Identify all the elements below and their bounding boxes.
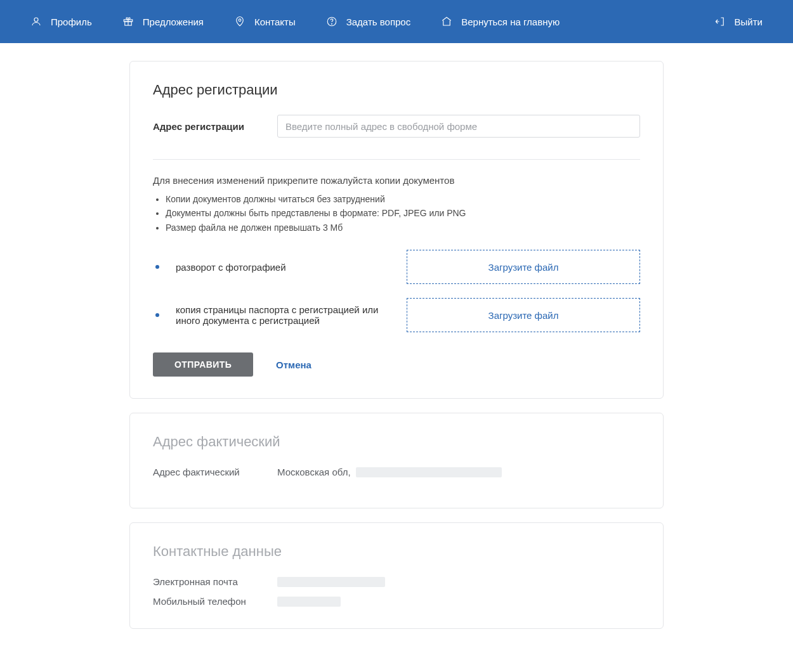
submit-button[interactable]: ОТПРАВИТЬ <box>153 352 253 377</box>
card-registration-address: Адрес регистрации Адрес регистрации Для … <box>129 61 664 399</box>
upload-button-text: Загрузите файл <box>488 262 559 273</box>
redacted-value <box>356 467 502 477</box>
actual-address-label: Адрес фактический <box>153 467 262 477</box>
form-actions: ОТПРАВИТЬ Отмена <box>153 352 640 377</box>
cancel-link[interactable]: Отмена <box>276 359 311 370</box>
nav-offers[interactable]: Предложения <box>122 16 204 27</box>
nav-contacts-label: Контакты <box>254 16 296 27</box>
instruction-item: Копии документов должны читаться без зат… <box>166 192 640 206</box>
user-icon <box>30 16 42 27</box>
actual-address-row: Адрес фактический Московская обл, <box>153 467 640 477</box>
redacted-value <box>277 597 341 607</box>
reg-address-input[interactable] <box>277 115 640 138</box>
nav-profile-label: Профиль <box>51 16 92 27</box>
svg-point-3 <box>239 19 241 22</box>
email-row: Электронная почта <box>153 576 640 587</box>
divider <box>153 159 640 160</box>
svg-point-0 <box>34 18 38 22</box>
svg-point-5 <box>331 23 332 24</box>
email-value <box>277 576 385 587</box>
nav-ask-label: Задать вопрос <box>346 16 410 27</box>
card-contacts: Контактные данные Электронная почта Моби… <box>129 522 664 629</box>
nav-ask[interactable]: Задать вопрос <box>326 16 410 27</box>
nav-logout[interactable]: Выйти <box>714 16 763 27</box>
upload-row-registration-page: копия страницы паспорта с регистрацией и… <box>153 298 640 332</box>
top-navbar: Профиль Предложения Контакты Задать вопр… <box>0 0 793 43</box>
actual-address-prefix: Московская обл, <box>277 467 351 477</box>
instruction-item: Документы должны быть представлены в фор… <box>166 206 640 220</box>
redacted-value <box>277 577 385 587</box>
reg-address-label: Адрес регистрации <box>153 121 262 132</box>
instruction-item: Размер файла не должен превышать 3 Мб <box>166 221 640 235</box>
upload-button-photo-page[interactable]: Загрузите файл <box>407 250 640 284</box>
upload-button-registration-page[interactable]: Загрузите файл <box>407 298 640 332</box>
contacts-title: Контактные данные <box>153 543 640 560</box>
instructions-heading: Для внесения изменений прикрепите пожалу… <box>153 175 640 186</box>
question-icon <box>326 16 338 27</box>
email-label: Электронная почта <box>153 576 262 587</box>
bullet-icon <box>155 265 159 269</box>
reg-title: Адрес регистрации <box>153 82 640 98</box>
nav-profile[interactable]: Профиль <box>30 16 92 27</box>
nav-home-label: Вернуться на главную <box>461 16 560 27</box>
logout-icon <box>714 16 726 27</box>
home-icon <box>441 16 452 27</box>
card-actual-address: Адрес фактический Адрес фактический Моск… <box>129 413 664 508</box>
nav-contacts[interactable]: Контакты <box>234 16 296 27</box>
upload-label-registration-page: копия страницы паспорта с регистрацией и… <box>172 304 394 326</box>
actual-address-value: Московская обл, <box>277 467 502 477</box>
nav-logout-label: Выйти <box>735 16 763 27</box>
upload-button-text: Загрузите файл <box>488 310 559 321</box>
phone-label: Мобильный телефон <box>153 596 262 607</box>
upload-row-photo-page: разворот с фотографией Загрузите файл <box>153 250 640 284</box>
upload-label-photo-page: разворот с фотографией <box>172 262 394 273</box>
bullet-icon <box>155 313 159 317</box>
actual-title: Адрес фактический <box>153 434 640 450</box>
gift-icon <box>122 16 134 27</box>
nav-offers-label: Предложения <box>143 16 204 27</box>
pin-icon <box>234 16 246 27</box>
page-content: Адрес регистрации Адрес регистрации Для … <box>0 43 793 654</box>
instructions-list: Копии документов должны читаться без зат… <box>153 192 640 235</box>
phone-row: Мобильный телефон <box>153 596 640 607</box>
phone-value <box>277 596 341 607</box>
nav-home[interactable]: Вернуться на главную <box>441 16 560 27</box>
reg-address-row: Адрес регистрации <box>153 115 640 138</box>
